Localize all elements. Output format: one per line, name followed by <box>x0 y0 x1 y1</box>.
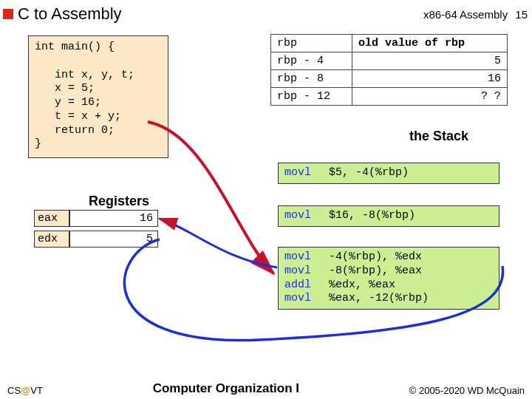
stack-value: 5 <box>352 52 508 70</box>
code-line: y = 16; <box>35 96 101 109</box>
code-line: return 0; <box>35 124 115 137</box>
stack-label: rbp <box>271 35 352 52</box>
footer-course: Computer Organization I <box>153 381 299 396</box>
stack-label: rbp - 4 <box>271 52 352 70</box>
stack-table: rbp old value of rbp rbp - 4 5 rbp - 8 1… <box>270 34 508 106</box>
code-line: t = x + y; <box>35 110 121 123</box>
asm-block-3: movl-4(%rbp), %edx movl-8(%rbp), %eax ad… <box>278 247 499 310</box>
c-code-box: int main() { int x, y, t; x = 5; y = 16;… <box>28 35 168 158</box>
register-row-edx: edx 5 <box>34 231 158 248</box>
footer-left: CS@VT <box>7 385 43 396</box>
table-row: rbp - 4 5 <box>271 52 508 70</box>
footer-org-pre: CS <box>7 385 21 396</box>
header-right: x86-64 Assembly 15 <box>423 8 528 21</box>
asm-args: -4(%rbp), %edx <box>329 250 422 263</box>
slide-title: C to Assembly <box>18 4 122 24</box>
slide-footer: CS@VT Computer Organization I © 2005-202… <box>0 381 532 396</box>
asm-block-1: movl$5, -4(%rbp) <box>278 163 499 184</box>
registers-title: Registers <box>89 194 149 209</box>
asm-op: addl <box>284 279 329 293</box>
asm-block-2: movl$16, -8(%rbp) <box>278 205 499 227</box>
footer-copyright: © 2005-2020 WD McQuain <box>409 385 525 396</box>
asm-op: movl <box>284 250 329 265</box>
stack-value: ? ? <box>352 88 508 106</box>
asm-op: movl <box>284 292 329 306</box>
code-line: x = 5; <box>35 82 95 95</box>
table-row: rbp old value of rbp <box>271 35 508 52</box>
header-left: C to Assembly <box>3 4 122 24</box>
asm-args: -8(%rbp), %eax <box>329 265 422 277</box>
code-line: int x, y, t; <box>35 69 134 81</box>
register-name: eax <box>34 210 69 227</box>
asm-op: movl <box>284 209 329 223</box>
stack-label: rbp - 12 <box>271 88 352 106</box>
asm-args: %edx, %eax <box>329 279 395 291</box>
table-row: rbp - 12 ? ? <box>271 88 508 106</box>
asm-args: $16, -8(%rbp) <box>329 209 415 222</box>
page-number: 15 <box>515 8 528 21</box>
topic-label: x86-64 Assembly <box>423 8 508 21</box>
asm-args: %eax, -12(%rbp) <box>329 292 429 304</box>
register-row-eax: eax 16 <box>34 210 158 227</box>
footer-org-post: VT <box>30 385 43 396</box>
asm-args: $5, -4(%rbp) <box>329 166 409 179</box>
asm-op: movl <box>284 265 329 279</box>
table-row: rbp - 8 16 <box>271 70 508 88</box>
slide-header: C to Assembly x86-64 Assembly 15 <box>0 0 532 28</box>
register-name: edx <box>34 231 69 248</box>
code-line: int main() { <box>35 41 115 53</box>
code-line: } <box>35 137 41 150</box>
register-value: 16 <box>69 210 158 227</box>
register-value: 5 <box>69 231 158 248</box>
stack-value: 16 <box>352 70 508 88</box>
stack-caption: the Stack <box>409 129 468 144</box>
stack-label: rbp - 8 <box>271 70 352 88</box>
at-icon: @ <box>21 385 30 396</box>
asm-op: movl <box>284 166 329 180</box>
stack-value: old value of rbp <box>352 35 508 52</box>
accent-square-icon <box>3 9 13 19</box>
